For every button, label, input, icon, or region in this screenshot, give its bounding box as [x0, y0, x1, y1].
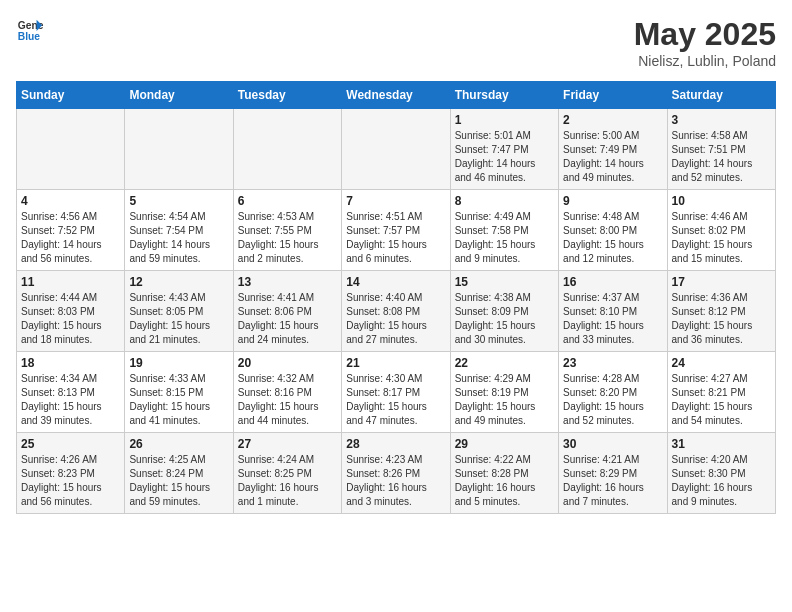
day-info: Sunrise: 4:22 AM Sunset: 8:28 PM Dayligh…	[455, 453, 554, 509]
table-row: 7Sunrise: 4:51 AM Sunset: 7:57 PM Daylig…	[342, 190, 450, 271]
day-number: 11	[21, 275, 120, 289]
day-number: 14	[346, 275, 445, 289]
day-info: Sunrise: 4:36 AM Sunset: 8:12 PM Dayligh…	[672, 291, 771, 347]
table-row: 2Sunrise: 5:00 AM Sunset: 7:49 PM Daylig…	[559, 109, 667, 190]
table-row: 12Sunrise: 4:43 AM Sunset: 8:05 PM Dayli…	[125, 271, 233, 352]
header-friday: Friday	[559, 82, 667, 109]
day-info: Sunrise: 4:29 AM Sunset: 8:19 PM Dayligh…	[455, 372, 554, 428]
day-info: Sunrise: 4:44 AM Sunset: 8:03 PM Dayligh…	[21, 291, 120, 347]
day-number: 1	[455, 113, 554, 127]
table-row: 21Sunrise: 4:30 AM Sunset: 8:17 PM Dayli…	[342, 352, 450, 433]
day-number: 31	[672, 437, 771, 451]
day-info: Sunrise: 4:20 AM Sunset: 8:30 PM Dayligh…	[672, 453, 771, 509]
table-row: 5Sunrise: 4:54 AM Sunset: 7:54 PM Daylig…	[125, 190, 233, 271]
table-row: 28Sunrise: 4:23 AM Sunset: 8:26 PM Dayli…	[342, 433, 450, 514]
day-number: 18	[21, 356, 120, 370]
table-row: 15Sunrise: 4:38 AM Sunset: 8:09 PM Dayli…	[450, 271, 558, 352]
day-number: 29	[455, 437, 554, 451]
svg-text:Blue: Blue	[18, 31, 41, 42]
day-number: 5	[129, 194, 228, 208]
day-info: Sunrise: 4:49 AM Sunset: 7:58 PM Dayligh…	[455, 210, 554, 266]
calendar-title: May 2025	[634, 16, 776, 53]
table-row: 22Sunrise: 4:29 AM Sunset: 8:19 PM Dayli…	[450, 352, 558, 433]
day-info: Sunrise: 4:26 AM Sunset: 8:23 PM Dayligh…	[21, 453, 120, 509]
table-row	[125, 109, 233, 190]
day-info: Sunrise: 4:27 AM Sunset: 8:21 PM Dayligh…	[672, 372, 771, 428]
logo-icon: General Blue	[16, 16, 44, 44]
day-info: Sunrise: 5:01 AM Sunset: 7:47 PM Dayligh…	[455, 129, 554, 185]
table-row: 3Sunrise: 4:58 AM Sunset: 7:51 PM Daylig…	[667, 109, 775, 190]
day-number: 23	[563, 356, 662, 370]
header-sunday: Sunday	[17, 82, 125, 109]
table-row: 14Sunrise: 4:40 AM Sunset: 8:08 PM Dayli…	[342, 271, 450, 352]
table-row: 25Sunrise: 4:26 AM Sunset: 8:23 PM Dayli…	[17, 433, 125, 514]
day-number: 7	[346, 194, 445, 208]
day-number: 20	[238, 356, 337, 370]
day-info: Sunrise: 4:21 AM Sunset: 8:29 PM Dayligh…	[563, 453, 662, 509]
day-number: 19	[129, 356, 228, 370]
day-info: Sunrise: 4:48 AM Sunset: 8:00 PM Dayligh…	[563, 210, 662, 266]
page-header: General Blue May 2025 Nielisz, Lublin, P…	[16, 16, 776, 69]
week-row-3: 11Sunrise: 4:44 AM Sunset: 8:03 PM Dayli…	[17, 271, 776, 352]
day-number: 15	[455, 275, 554, 289]
table-row: 11Sunrise: 4:44 AM Sunset: 8:03 PM Dayli…	[17, 271, 125, 352]
header-thursday: Thursday	[450, 82, 558, 109]
day-info: Sunrise: 4:40 AM Sunset: 8:08 PM Dayligh…	[346, 291, 445, 347]
day-info: Sunrise: 4:53 AM Sunset: 7:55 PM Dayligh…	[238, 210, 337, 266]
week-row-1: 1Sunrise: 5:01 AM Sunset: 7:47 PM Daylig…	[17, 109, 776, 190]
day-number: 16	[563, 275, 662, 289]
table-row: 16Sunrise: 4:37 AM Sunset: 8:10 PM Dayli…	[559, 271, 667, 352]
table-row: 18Sunrise: 4:34 AM Sunset: 8:13 PM Dayli…	[17, 352, 125, 433]
day-info: Sunrise: 4:41 AM Sunset: 8:06 PM Dayligh…	[238, 291, 337, 347]
day-info: Sunrise: 4:38 AM Sunset: 8:09 PM Dayligh…	[455, 291, 554, 347]
calendar-table: Sunday Monday Tuesday Wednesday Thursday…	[16, 81, 776, 514]
day-number: 21	[346, 356, 445, 370]
header-wednesday: Wednesday	[342, 82, 450, 109]
table-row: 31Sunrise: 4:20 AM Sunset: 8:30 PM Dayli…	[667, 433, 775, 514]
table-row: 17Sunrise: 4:36 AM Sunset: 8:12 PM Dayli…	[667, 271, 775, 352]
day-info: Sunrise: 4:46 AM Sunset: 8:02 PM Dayligh…	[672, 210, 771, 266]
day-number: 2	[563, 113, 662, 127]
table-row: 29Sunrise: 4:22 AM Sunset: 8:28 PM Dayli…	[450, 433, 558, 514]
header-monday: Monday	[125, 82, 233, 109]
header-tuesday: Tuesday	[233, 82, 341, 109]
table-row: 1Sunrise: 5:01 AM Sunset: 7:47 PM Daylig…	[450, 109, 558, 190]
day-info: Sunrise: 4:56 AM Sunset: 7:52 PM Dayligh…	[21, 210, 120, 266]
day-number: 4	[21, 194, 120, 208]
day-info: Sunrise: 4:24 AM Sunset: 8:25 PM Dayligh…	[238, 453, 337, 509]
day-number: 12	[129, 275, 228, 289]
day-info: Sunrise: 4:54 AM Sunset: 7:54 PM Dayligh…	[129, 210, 228, 266]
table-row	[17, 109, 125, 190]
table-row	[233, 109, 341, 190]
table-row: 27Sunrise: 4:24 AM Sunset: 8:25 PM Dayli…	[233, 433, 341, 514]
table-row: 30Sunrise: 4:21 AM Sunset: 8:29 PM Dayli…	[559, 433, 667, 514]
calendar-subtitle: Nielisz, Lublin, Poland	[634, 53, 776, 69]
day-number: 25	[21, 437, 120, 451]
day-number: 13	[238, 275, 337, 289]
day-number: 30	[563, 437, 662, 451]
day-number: 10	[672, 194, 771, 208]
table-row: 4Sunrise: 4:56 AM Sunset: 7:52 PM Daylig…	[17, 190, 125, 271]
table-row: 20Sunrise: 4:32 AM Sunset: 8:16 PM Dayli…	[233, 352, 341, 433]
day-info: Sunrise: 4:25 AM Sunset: 8:24 PM Dayligh…	[129, 453, 228, 509]
week-row-5: 25Sunrise: 4:26 AM Sunset: 8:23 PM Dayli…	[17, 433, 776, 514]
table-row: 9Sunrise: 4:48 AM Sunset: 8:00 PM Daylig…	[559, 190, 667, 271]
day-info: Sunrise: 5:00 AM Sunset: 7:49 PM Dayligh…	[563, 129, 662, 185]
header-saturday: Saturday	[667, 82, 775, 109]
title-block: May 2025 Nielisz, Lublin, Poland	[634, 16, 776, 69]
day-info: Sunrise: 4:34 AM Sunset: 8:13 PM Dayligh…	[21, 372, 120, 428]
day-number: 28	[346, 437, 445, 451]
day-number: 27	[238, 437, 337, 451]
day-info: Sunrise: 4:51 AM Sunset: 7:57 PM Dayligh…	[346, 210, 445, 266]
logo: General Blue	[16, 16, 44, 44]
day-number: 6	[238, 194, 337, 208]
table-row: 6Sunrise: 4:53 AM Sunset: 7:55 PM Daylig…	[233, 190, 341, 271]
day-info: Sunrise: 4:28 AM Sunset: 8:20 PM Dayligh…	[563, 372, 662, 428]
day-info: Sunrise: 4:30 AM Sunset: 8:17 PM Dayligh…	[346, 372, 445, 428]
table-row: 26Sunrise: 4:25 AM Sunset: 8:24 PM Dayli…	[125, 433, 233, 514]
day-number: 26	[129, 437, 228, 451]
table-row: 10Sunrise: 4:46 AM Sunset: 8:02 PM Dayli…	[667, 190, 775, 271]
day-info: Sunrise: 4:37 AM Sunset: 8:10 PM Dayligh…	[563, 291, 662, 347]
day-number: 24	[672, 356, 771, 370]
table-row: 13Sunrise: 4:41 AM Sunset: 8:06 PM Dayli…	[233, 271, 341, 352]
